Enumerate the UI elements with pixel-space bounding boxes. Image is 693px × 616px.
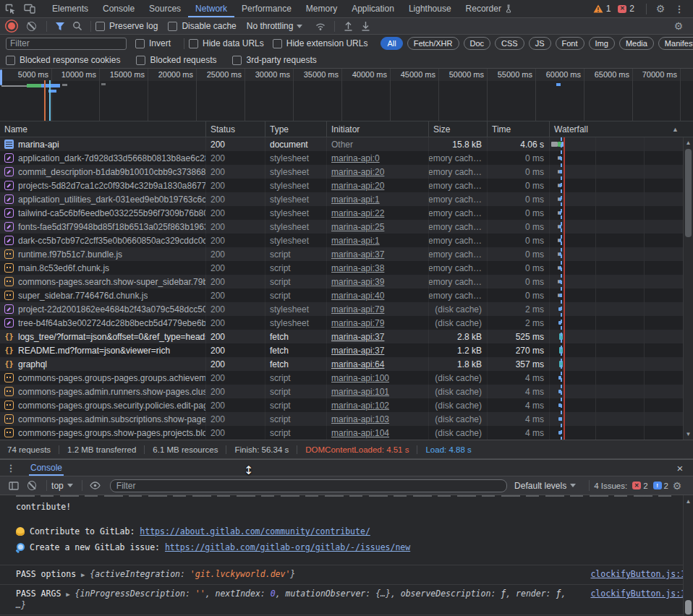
initiator-link[interactable]: marina-api:1	[331, 236, 380, 246]
tab-elements[interactable]: Elements	[45, 0, 95, 17]
network-overview-timeline[interactable]: 5000 ms10000 ms15000 ms20000 ms25000 ms3…	[0, 69, 693, 121]
tab-console[interactable]: Console	[95, 0, 142, 17]
request-row[interactable]: marina-api200documentOther15.8 kB4.06 s	[0, 137, 693, 151]
live-expression-eye-icon[interactable]	[87, 482, 104, 489]
network-conditions-icon[interactable]	[311, 21, 330, 31]
issues-indicator[interactable]: ✕ 2	[618, 4, 634, 14]
initiator-link[interactable]: marina-api:37	[331, 346, 384, 356]
initiator-link[interactable]: marina-api:20	[331, 167, 384, 177]
initiator-link[interactable]: marina-api:103	[331, 414, 389, 424]
clear-console-icon[interactable]	[27, 481, 36, 490]
console-sidebar-icon[interactable]	[6, 482, 22, 490]
request-row[interactable]: projects-5d82d7ca1c2c0f93b4c32b9a1830a86…	[0, 179, 693, 192]
initiator-link[interactable]: marina-api:38	[331, 263, 384, 273]
column-header-name[interactable]: Name	[0, 121, 206, 137]
request-row[interactable]: super_sidebar.7746476d.chunk.js200script…	[0, 288, 693, 302]
settings-gear-icon[interactable]: ⚙	[651, 3, 670, 14]
request-row[interactable]: fonts-fae5d3f79948bd85f18b6513a025f863b1…	[0, 220, 693, 234]
column-header-status[interactable]: Status	[206, 121, 265, 137]
request-row[interactable]: tree-b4f64ab3e002724dc28b8becb5d4779ebe6…	[0, 316, 693, 330]
tab-network[interactable]: Network	[188, 0, 234, 17]
initiator-link[interactable]: marina-api:0	[331, 153, 380, 163]
request-row[interactable]: commons-pages.admin.runners.show-pages.c…	[0, 385, 693, 398]
console-link[interactable]: https://about.gitlab.com/community/contr…	[140, 526, 370, 536]
import-har-icon[interactable]	[339, 21, 357, 31]
filter-pill-manifest[interactable]: Manifest	[658, 37, 693, 50]
disable-cache-checkbox[interactable]: Disable cache	[168, 21, 236, 31]
tab-recorder[interactable]: Recorder	[459, 0, 519, 17]
request-row[interactable]: application_dark-7d928d33d5668b0813b8ae6…	[0, 151, 693, 165]
request-row[interactable]: runtime.f97b51c7.bundle.js200scriptmarin…	[0, 247, 693, 261]
tab-performance[interactable]: Performance	[234, 0, 299, 17]
throttling-select[interactable]: No throttling	[247, 21, 303, 31]
filter-funnel-icon[interactable]	[51, 22, 69, 31]
initiator-link[interactable]: marina-api:64	[331, 359, 384, 369]
hide-data-urls-checkbox[interactable]: Hide data URLs	[189, 38, 264, 48]
console-scrollbar[interactable]: ▲	[683, 495, 693, 616]
network-scrollbar[interactable]: ▲ ▼	[683, 137, 693, 440]
issues-counter[interactable]: 4 Issues: ✕ 2 ! 2	[594, 482, 668, 490]
initiator-link[interactable]: marina-api:79	[331, 304, 384, 315]
tab-sources[interactable]: Sources	[142, 0, 188, 17]
tab-memory[interactable]: Memory	[299, 0, 344, 17]
initiator-link[interactable]: marina-api:102	[331, 401, 389, 411]
column-header-initiator[interactable]: Initiator	[327, 121, 429, 137]
blocked-response-cookies-checkbox[interactable]: Blocked response cookies	[6, 55, 120, 65]
filter-pill-font[interactable]: Font	[556, 37, 584, 50]
device-toolbar-icon[interactable]	[20, 0, 39, 17]
search-icon[interactable]	[69, 21, 86, 31]
network-scrollbar-thumb[interactable]	[685, 149, 692, 237]
3rd-party-requests-checkbox[interactable]: 3rd-party requests	[232, 55, 316, 65]
request-row[interactable]: {}logs_tree/?format=json&offset=0&ref_ty…	[0, 330, 693, 343]
request-row[interactable]: tailwind-ca5c6bf6eedbe0332255b96f7309b76…	[0, 206, 693, 220]
request-row[interactable]: commons-pages.search.show-super_sidebar.…	[0, 275, 693, 288]
console-filter-input[interactable]	[110, 479, 507, 492]
column-header-time[interactable]: Time	[488, 121, 550, 137]
request-row[interactable]: commons-pages.admin.subscriptions.show-p…	[0, 412, 693, 426]
invert-checkbox[interactable]: Invert	[135, 38, 171, 48]
console-settings-gear-icon[interactable]: ⚙	[668, 480, 686, 492]
tab-application[interactable]: Application	[344, 0, 401, 17]
console-scrollbar-thumb[interactable]	[685, 600, 692, 615]
request-row[interactable]: {}graphql200fetchmarina-api:641.8 kB357 …	[0, 357, 693, 371]
column-header-type[interactable]: Type	[265, 121, 327, 137]
initiator-link[interactable]: marina-api:40	[331, 291, 384, 301]
initiator-link[interactable]: marina-api:37	[331, 332, 384, 342]
initiator-link[interactable]: marina-api:104	[331, 428, 389, 438]
inspect-element-icon[interactable]	[0, 0, 20, 17]
console-link[interactable]: https://gitlab.com/gitlab-org/gitlab/-/i…	[165, 542, 410, 552]
overview-drag-handle[interactable]	[0, 69, 2, 85]
network-filter-input[interactable]	[6, 38, 127, 50]
hide-extension-urls-checkbox[interactable]: Hide extension URLs	[273, 38, 368, 48]
filter-pill-all[interactable]: All	[380, 37, 402, 50]
request-row[interactable]: commons-pages.groups-pages.groups.achiev…	[0, 371, 693, 385]
request-row[interactable]: commons-pages.groups.security.policies.e…	[0, 398, 693, 412]
tab-console-drawer[interactable]: Console	[29, 460, 64, 476]
column-header-waterfall[interactable]: Waterfall▲	[550, 121, 683, 137]
filter-pill-js[interactable]: JS	[529, 37, 551, 50]
close-drawer-icon[interactable]: ×	[673, 462, 687, 474]
initiator-link[interactable]: marina-api:22	[331, 208, 384, 218]
filter-pill-img[interactable]: Img	[589, 37, 615, 50]
export-har-icon[interactable]	[357, 21, 374, 31]
console-levels-select[interactable]: Default levels	[514, 481, 576, 491]
request-row[interactable]: commons-pages.groups.show-pages.projects…	[0, 426, 693, 440]
request-row[interactable]: {}README.md?format=json&viewer=rich200fe…	[0, 343, 693, 357]
scroll-up-icon[interactable]: ▲	[684, 498, 693, 505]
initiator-link[interactable]: marina-api:25	[331, 222, 384, 232]
clear-network-log-icon[interactable]	[27, 22, 36, 31]
blocked-requests-checkbox[interactable]: Blocked requests	[136, 55, 216, 65]
request-row[interactable]: main.8c53ed6f.chunk.js200scriptmarina-ap…	[0, 261, 693, 275]
drawer-menu-icon[interactable]: ⋮	[4, 463, 17, 474]
record-network-log-icon[interactable]	[8, 22, 15, 30]
filter-pill-fetch-xhr[interactable]: Fetch/XHR	[407, 37, 459, 50]
column-header-size[interactable]: Size	[429, 121, 488, 137]
initiator-link[interactable]: marina-api:1	[331, 194, 380, 205]
warnings-indicator[interactable]: 1	[593, 4, 611, 14]
console-source-link[interactable]: clockifyButton.js:1	[590, 569, 686, 580]
request-row[interactable]: dark-cc5b7cb97c2cff35e0b0660850ac329cddc…	[0, 234, 693, 247]
filter-pill-css[interactable]: CSS	[495, 37, 524, 50]
console-context-select[interactable]: top	[51, 481, 73, 491]
console-source-link[interactable]: clockifyButton.js:1	[590, 589, 686, 599]
more-options-icon[interactable]: ⋮	[670, 4, 689, 14]
